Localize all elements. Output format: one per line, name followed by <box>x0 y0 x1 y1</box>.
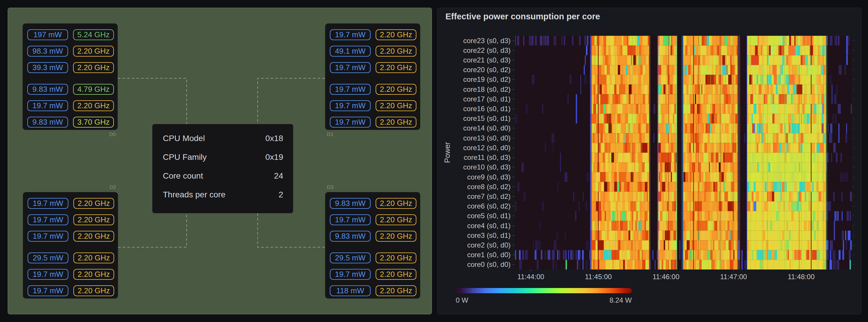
y-axis-label: core2 (s0, d0) <box>437 241 510 249</box>
y-axis-label: core20 (s0, d2) <box>437 66 510 74</box>
x-axis-tick <box>733 269 734 271</box>
y-axis-tick <box>513 206 515 206</box>
core-power-badge: 118 mW <box>330 285 371 296</box>
core-freq-badge: 2.20 GHz <box>73 214 114 225</box>
core-row: 49.1 mW2.20 GHz <box>330 46 416 57</box>
core-freq-badge: 2.20 GHz <box>73 100 114 111</box>
y-axis-tick <box>513 264 515 265</box>
cpu-info-box: CPU Model0x18CPU Family0x19Core count24T… <box>152 124 293 213</box>
y-axis-right-tick <box>853 226 854 226</box>
y-axis-right-tick <box>853 187 854 187</box>
core-freq-badge: 2.20 GHz <box>376 198 416 209</box>
core-freq-badge: 2.20 GHz <box>376 62 416 73</box>
y-axis-right-tick <box>853 50 854 51</box>
core-freq-badge: 2.20 GHz <box>376 269 416 280</box>
cpu-info-row: Core count24 <box>152 167 293 185</box>
y-axis-right-tick <box>853 128 854 128</box>
die-box-d0: D0197 mW5.24 GHz98.3 mW2.20 GHz39.3 mW2.… <box>23 24 118 130</box>
y-axis-right-tick <box>853 79 854 80</box>
core-row: 98.3 mW2.20 GHz <box>27 46 114 57</box>
core-freq-badge: 2.20 GHz <box>73 269 114 280</box>
y-axis-label: core9 (s0, d3) <box>437 173 510 181</box>
connector-d2 <box>118 213 187 247</box>
y-axis-label: core13 (s0, d0) <box>437 134 510 142</box>
die-label: D3 <box>327 185 334 190</box>
y-axis-label: core16 (s0, d1) <box>437 105 510 113</box>
dashboard: { "page": {"background": "#0e0f13"}, "le… <box>0 0 868 322</box>
connector-d0 <box>118 78 187 124</box>
y-axis-tick <box>513 245 515 246</box>
core-freq-badge: 2.20 GHz <box>376 285 416 296</box>
cpu-info-label: CPU Model <box>163 134 205 143</box>
core-power-badge: 19.7 mW <box>330 62 371 73</box>
x-axis-tick <box>665 269 666 271</box>
core-power-badge: 19.7 mW <box>330 117 371 128</box>
core-power-badge: 19.7 mW <box>27 100 68 111</box>
core-row: 29.5 mW2.20 GHz <box>330 253 416 263</box>
y-axis-tick <box>513 118 515 119</box>
core-row: 9.83 mW2.20 GHz <box>330 198 416 209</box>
x-axis-label: 11:45:00 <box>585 273 612 281</box>
core-row: 19.7 mW2.20 GHz <box>330 100 416 111</box>
core-row: 19.7 mW2.20 GHz <box>28 231 114 242</box>
core-power-badge: 19.7 mW <box>330 84 371 95</box>
connector-d1 <box>258 78 325 124</box>
cpu-info-row: CPU Family0x19 <box>152 148 293 167</box>
y-axis-right-tick <box>853 148 854 148</box>
y-axis-right-tick <box>853 167 854 167</box>
y-axis-label: core3 (s0, d1) <box>437 231 510 239</box>
core-freq-badge: 2.20 GHz <box>73 46 114 57</box>
y-axis-tick <box>513 60 515 60</box>
y-axis-right-tick <box>853 264 854 265</box>
y-axis-label: core8 (s0, d2) <box>437 183 510 191</box>
core-freq-badge: 2.20 GHz <box>73 285 114 296</box>
power-heatmap-panel: Effective power consumption per core Pow… <box>437 8 862 314</box>
core-freq-badge: 2.20 GHz <box>376 100 416 111</box>
core-row: 39.3 mW2.20 GHz <box>27 62 114 73</box>
die-label: D1 <box>327 132 334 137</box>
y-axis-label: core14 (s0, d0) <box>437 124 510 132</box>
core-power-badge: 29.5 mW <box>28 253 68 263</box>
core-freq-badge: 2.20 GHz <box>73 253 114 263</box>
y-axis-label: core1 (s0, d0) <box>437 251 510 259</box>
y-axis-tick <box>513 235 515 236</box>
core-power-badge: 9.83 mW <box>27 84 68 95</box>
cpu-info-value: 24 <box>274 171 283 181</box>
core-power-badge: 19.7 mW <box>330 269 371 280</box>
y-axis-right-tick <box>853 69 854 70</box>
core-power-badge: 19.7 mW <box>330 100 371 111</box>
panel-title[interactable]: Effective power consumption per core <box>445 12 600 22</box>
y-axis-right-tick <box>853 177 854 178</box>
core-power-badge: 19.7 mW <box>28 214 68 225</box>
y-axis-right-tick <box>853 216 854 216</box>
connector-d3 <box>258 213 325 247</box>
y-axis-tick <box>513 108 515 109</box>
color-scale-max-label: 8.24 W <box>610 296 632 304</box>
y-axis-right-tick <box>853 206 854 206</box>
core-power-badge: 19.7 mW <box>330 29 371 40</box>
y-axis-label: core7 (s0, d2) <box>437 192 510 201</box>
y-axis-tick <box>513 89 515 90</box>
y-axis-label: core23 (s0, d3) <box>437 37 510 45</box>
y-axis-label: core15 (s0, d1) <box>437 115 510 123</box>
core-row: 19.7 mW2.20 GHz <box>330 29 416 40</box>
cpu-info-value: 2 <box>278 190 283 199</box>
die-box-d1: D119.7 mW2.20 GHz49.1 mW2.20 GHz19.7 mW2… <box>325 24 420 130</box>
y-axis-tick <box>513 216 515 216</box>
y-axis-label: core22 (s0, d3) <box>437 46 510 55</box>
color-scale <box>456 288 632 293</box>
core-freq-badge: 3.70 GHz <box>73 117 114 128</box>
x-axis-tick <box>531 269 531 271</box>
y-axis-label: core17 (s0, d1) <box>437 95 510 103</box>
core-freq-badge: 2.20 GHz <box>376 46 416 57</box>
core-freq-badge: 2.20 GHz <box>376 253 416 263</box>
y-axis-label: core10 (s0, d3) <box>437 163 510 171</box>
core-power-badge: 9.83 mW <box>330 198 371 209</box>
power-heatmap-canvas[interactable] <box>515 36 852 269</box>
core-row: 19.7 mW2.20 GHz <box>28 198 114 209</box>
core-freq-badge: 5.24 GHz <box>73 29 114 40</box>
x-axis-label: 11:46:00 <box>653 273 680 281</box>
y-axis-label: core12 (s0, d0) <box>437 144 510 152</box>
cpu-info-label: CPU Family <box>163 153 207 162</box>
core-row: 19.7 mW2.20 GHz <box>330 84 416 95</box>
